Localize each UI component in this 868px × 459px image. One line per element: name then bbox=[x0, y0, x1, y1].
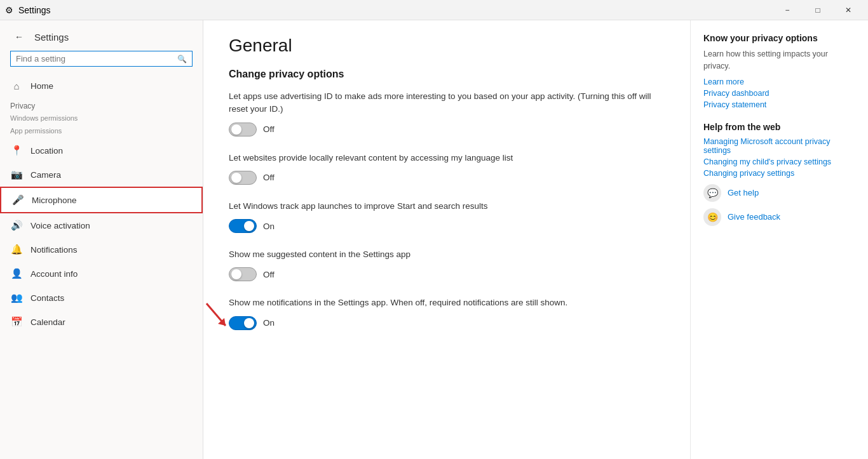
setting-suggested-description: Show me suggested content in the Setting… bbox=[229, 248, 665, 261]
search-box[interactable]: 🔍 bbox=[10, 51, 193, 67]
close-button[interactable]: ✕ bbox=[834, 1, 863, 19]
give-feedback-link[interactable]: Give feedback bbox=[728, 212, 780, 222]
title-bar: ⚙ Settings − □ ✕ bbox=[0, 0, 868, 20]
toggle-label-language: Off bbox=[263, 173, 275, 182]
sidebar-item-camera[interactable]: 📷 Camera bbox=[0, 163, 203, 187]
main-content: General Change privacy options Let apps … bbox=[203, 20, 690, 459]
toggle-thumb-notifications bbox=[244, 318, 254, 328]
sidebar-home-label: Home bbox=[31, 81, 53, 91]
sidebar-microphone-label: Microphone bbox=[32, 196, 77, 205]
sidebar-item-calendar[interactable]: 📅 Calendar bbox=[0, 310, 203, 334]
toggle-app-launches[interactable] bbox=[229, 219, 257, 233]
sidebar-camera-label: Camera bbox=[31, 170, 61, 180]
sidebar-item-location[interactable]: 📍 Location bbox=[0, 138, 203, 163]
toggle-thumb-language bbox=[231, 173, 241, 183]
toggle-label-ad-id: Off bbox=[263, 124, 275, 134]
sidebar-item-account-info[interactable]: 👤 Account info bbox=[0, 262, 203, 286]
toggle-notifications-settings[interactable] bbox=[229, 316, 257, 330]
setting-notifications-settings: Show me notifications in the Settings ap… bbox=[229, 296, 665, 329]
app-icon: ⚙ bbox=[5, 5, 13, 15]
search-input[interactable] bbox=[16, 54, 173, 63]
title-bar-title: Settings bbox=[18, 5, 51, 15]
windows-permissions-label: Windows permissions bbox=[0, 113, 203, 126]
page-title: General bbox=[229, 36, 665, 56]
sidebar-item-voice-activation[interactable]: 🔊 Voice activation bbox=[0, 213, 203, 237]
setting-ad-id: Let apps use advertising ID to make ads … bbox=[229, 90, 665, 136]
sidebar-item-notifications[interactable]: 🔔 Notifications bbox=[0, 237, 203, 262]
toggle-row-suggested: Off bbox=[229, 267, 665, 281]
learn-more-link[interactable]: Learn more bbox=[703, 77, 855, 86]
know-privacy-title: Know your privacy options bbox=[703, 33, 855, 43]
sidebar-notifications-label: Notifications bbox=[31, 245, 78, 255]
sidebar-app-title: Settings bbox=[34, 32, 69, 43]
sidebar-top: ← Settings bbox=[0, 20, 203, 51]
camera-icon: 📷 bbox=[10, 169, 23, 180]
setting-app-launches: Let Windows track app launches to improv… bbox=[229, 200, 665, 233]
toggle-label-suggested: Off bbox=[263, 270, 275, 279]
toggle-thumb-suggested bbox=[231, 269, 241, 279]
right-panel: Know your privacy options Learn how this… bbox=[690, 20, 868, 459]
sidebar-item-microphone[interactable]: 🎤 Microphone bbox=[0, 187, 203, 213]
sidebar-voice-label: Voice activation bbox=[31, 221, 90, 230]
privacy-statement-link[interactable]: Privacy statement bbox=[703, 100, 855, 109]
setting-notifications-description: Show me notifications in the Settings ap… bbox=[229, 296, 665, 309]
give-feedback-icon: 😊 bbox=[703, 208, 721, 226]
sidebar: ← Settings 🔍 ⌂ Home Privacy Windows perm… bbox=[0, 20, 203, 459]
svg-marker-1 bbox=[218, 318, 226, 326]
back-button[interactable]: ← bbox=[10, 28, 28, 46]
setting-language-list: Let websites provide locally relevant co… bbox=[229, 152, 665, 185]
get-help-link[interactable]: Get help bbox=[728, 188, 759, 197]
toggle-row-ad-id: Off bbox=[229, 123, 665, 136]
toggle-label-notifications-settings: On bbox=[263, 318, 275, 328]
location-icon: 📍 bbox=[10, 145, 23, 156]
help-link-0[interactable]: Managing Microsoft account privacy setti… bbox=[703, 137, 855, 155]
toggle-ad-id[interactable] bbox=[229, 123, 257, 136]
help-from-web-title: Help from the web bbox=[703, 122, 855, 132]
account-info-icon: 👤 bbox=[10, 268, 23, 279]
get-help-icon: 💬 bbox=[703, 184, 721, 202]
sidebar-calendar-label: Calendar bbox=[31, 317, 65, 327]
toggle-label-app-launches: On bbox=[263, 222, 275, 231]
app-body: ← Settings 🔍 ⌂ Home Privacy Windows perm… bbox=[0, 20, 868, 459]
notifications-icon: 🔔 bbox=[10, 244, 23, 255]
setting-ad-id-description: Let apps use advertising ID to make ads … bbox=[229, 90, 665, 116]
give-feedback-item: 😊 Give feedback bbox=[703, 208, 855, 226]
app-permissions-label: App permissions bbox=[0, 126, 203, 138]
svg-line-0 bbox=[207, 303, 226, 326]
toggle-language[interactable] bbox=[229, 171, 257, 185]
toggle-suggested[interactable] bbox=[229, 267, 257, 281]
minimize-button[interactable]: − bbox=[773, 1, 802, 19]
toggle-row-language: Off bbox=[229, 171, 665, 185]
setting-app-launches-description: Let Windows track app launches to improv… bbox=[229, 200, 665, 213]
sidebar-account-info-label: Account info bbox=[31, 269, 78, 279]
know-privacy-text: Learn how this setting impacts your priv… bbox=[703, 48, 855, 72]
sidebar-location-label: Location bbox=[31, 146, 63, 156]
privacy-dashboard-link[interactable]: Privacy dashboard bbox=[703, 89, 855, 98]
setting-suggested-content: Show me suggested content in the Setting… bbox=[229, 248, 665, 281]
toggle-thumb-ad-id bbox=[231, 124, 241, 135]
search-icon: 🔍 bbox=[177, 55, 187, 63]
get-help-item: 💬 Get help bbox=[703, 184, 855, 202]
sidebar-item-home[interactable]: ⌂ Home bbox=[0, 74, 203, 98]
title-bar-controls: − □ ✕ bbox=[773, 1, 863, 19]
help-link-1[interactable]: Changing my child's privacy settings bbox=[703, 157, 855, 166]
microphone-icon: 🎤 bbox=[11, 194, 24, 206]
calendar-icon: 📅 bbox=[10, 316, 23, 328]
toggle-row-notifications-settings: On bbox=[229, 316, 665, 330]
toggle-row-app-launches: On bbox=[229, 219, 665, 233]
privacy-section-label: Privacy bbox=[0, 98, 203, 113]
sidebar-contacts-label: Contacts bbox=[31, 293, 64, 303]
sidebar-item-contacts[interactable]: 👥 Contacts bbox=[0, 286, 203, 310]
setting-language-description: Let websites provide locally relevant co… bbox=[229, 152, 665, 164]
title-bar-left: ⚙ Settings bbox=[5, 5, 51, 15]
voice-activation-icon: 🔊 bbox=[10, 220, 23, 231]
contacts-icon: 👥 bbox=[10, 292, 23, 303]
maximize-button[interactable]: □ bbox=[803, 1, 832, 19]
help-link-2[interactable]: Changing privacy settings bbox=[703, 169, 855, 178]
toggle-thumb-app-launches bbox=[244, 221, 254, 231]
section-title: Change privacy options bbox=[229, 69, 665, 80]
home-icon: ⌂ bbox=[10, 81, 23, 91]
